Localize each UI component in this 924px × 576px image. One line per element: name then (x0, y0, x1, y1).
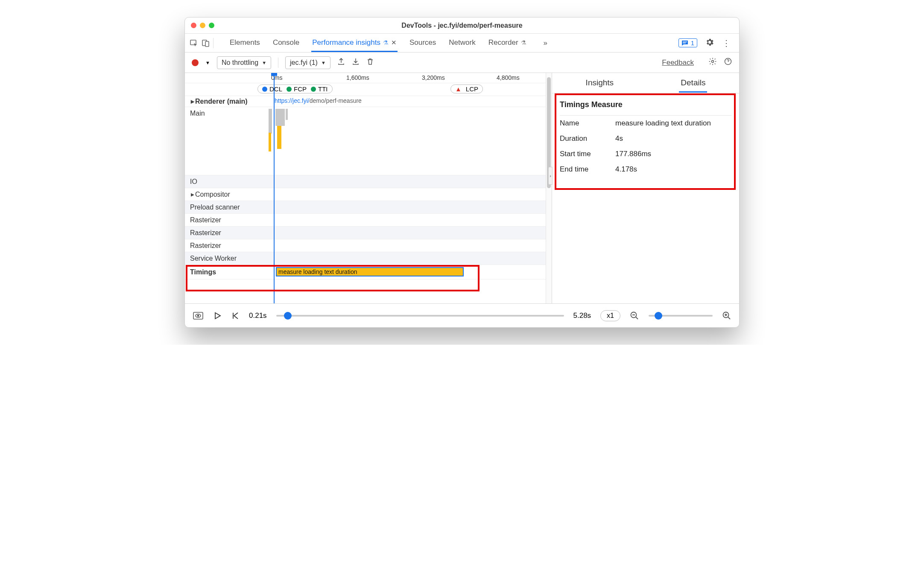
devtools-window: DevTools - jec.fyi/demo/perf-measure Ele… (184, 17, 740, 328)
page-url: https://jec.fyi/demo/perf-measure (275, 97, 362, 104)
detail-key: End time (560, 165, 607, 174)
playback-start-time: 0.21s (249, 311, 267, 320)
insights-toolbar: ▼ No throttling ▼ jec.fyi (1) ▼ Feedback (185, 52, 739, 73)
track-rasterizer-2[interactable]: Rasterizer (185, 227, 552, 239)
marker-tti: TTI (318, 85, 328, 93)
playback-slider[interactable] (276, 315, 564, 317)
track-rasterizer-label: Rasterizer (185, 242, 221, 250)
detail-key: Name (560, 119, 607, 128)
track-renderer[interactable]: ▸Renderer (main) https://jec.fyi/demo/pe… (185, 96, 552, 107)
track-compositor[interactable]: ▸Compositor (185, 188, 552, 201)
zoom-out-icon[interactable] (630, 311, 639, 320)
track-service-worker[interactable]: Service Worker (185, 252, 552, 265)
tab-sources[interactable]: Sources (409, 34, 437, 52)
tab-recorder-label: Recorder (488, 38, 518, 47)
marker-lcp: LCP (466, 85, 478, 93)
track-timings[interactable]: Timings measure loading text duration (185, 265, 552, 279)
playhead[interactable] (274, 73, 275, 303)
recording-value: jec.fyi (1) (290, 59, 318, 67)
issues-count: 1 (691, 39, 694, 47)
warning-triangle-icon: ▲ (455, 85, 462, 93)
jump-start-button[interactable] (231, 311, 240, 320)
main-area: 0ms 1,600ms 3,200ms 4,800ms DCL FCP TTI … (185, 73, 739, 303)
chevron-down-icon: ▼ (321, 60, 326, 65)
tab-performance-insights-label: Performance insights (312, 38, 380, 47)
detail-key: Start time (560, 150, 607, 158)
zoom-in-icon[interactable] (722, 311, 731, 320)
expand-icon[interactable]: ▸ (190, 190, 195, 198)
track-main[interactable]: Main (185, 107, 552, 175)
svg-point-9 (197, 315, 199, 316)
throttling-select[interactable]: No throttling ▼ (217, 56, 271, 69)
timeline-panel[interactable]: 0ms 1,600ms 3,200ms 4,800ms DCL FCP TTI … (185, 73, 552, 303)
tabbar-right: 1 ⋮ (678, 38, 735, 49)
detail-value: 177.886ms (615, 150, 651, 158)
chevron-down-icon: ▼ (262, 60, 266, 65)
export-icon[interactable] (337, 58, 345, 67)
tracks: ▸Renderer (main) https://jec.fyi/demo/pe… (185, 96, 552, 279)
track-io[interactable]: IO (185, 175, 552, 188)
play-button[interactable] (213, 311, 222, 320)
settings-icon[interactable] (705, 38, 714, 49)
zoom-knob[interactable] (655, 312, 662, 320)
tab-elements[interactable]: Elements (229, 34, 261, 52)
track-renderer-label: Renderer (main) (195, 98, 248, 105)
playback-speed[interactable]: x1 (600, 310, 620, 321)
titlebar: DevTools - jec.fyi/demo/perf-measure (185, 17, 739, 34)
track-rasterizer-3[interactable]: Rasterizer (185, 239, 552, 252)
tab-insights[interactable]: Insights (584, 74, 615, 93)
collapse-icon[interactable]: ▸ (190, 97, 195, 105)
tab-network[interactable]: Network (448, 34, 476, 52)
issues-badge[interactable]: 1 (678, 38, 697, 47)
divider (278, 58, 278, 68)
inspect-icon[interactable] (189, 38, 199, 48)
panel-settings-icon[interactable] (708, 57, 717, 68)
throttling-value: No throttling (222, 59, 258, 67)
collapse-panel-handle[interactable]: › (548, 167, 553, 185)
panel-tabbar: Elements Console Performance insights ⚗︎… (185, 34, 739, 52)
recording-select[interactable]: jec.fyi (1) ▼ (285, 56, 330, 69)
track-preload[interactable]: Preload scanner (185, 201, 552, 214)
tab-performance-insights[interactable]: Performance insights ⚗︎ ✕ (311, 34, 398, 52)
track-service-worker-label: Service Worker (185, 255, 237, 262)
more-tabs-icon[interactable]: » (544, 39, 547, 47)
marker-fcp: FCP (294, 85, 307, 93)
marker-dcl: DCL (269, 85, 282, 93)
ruler-tick: 4,800ms (497, 74, 520, 81)
detail-row-start: Start time177.886ms (560, 146, 731, 162)
record-menu-icon[interactable]: ▼ (205, 60, 210, 65)
detail-value: 4.178s (615, 165, 637, 174)
zoom-slider[interactable] (649, 315, 713, 317)
ruler-tick: 3,200ms (422, 74, 445, 81)
import-icon[interactable] (352, 58, 360, 67)
close-tab-icon[interactable]: ✕ (391, 39, 397, 47)
help-icon[interactable] (724, 57, 732, 68)
delete-icon[interactable] (366, 58, 374, 67)
detail-row-duration: Duration4s (560, 131, 731, 146)
kebab-menu-icon[interactable]: ⋮ (722, 38, 731, 48)
timings-measure-bar[interactable]: measure loading text duration (276, 267, 464, 276)
details-content: Timings Measure Namemeasure loading text… (552, 93, 739, 184)
details-panel: › Insights Details Timings Measure Namem… (552, 73, 739, 303)
flask-icon: ⚗︎ (521, 39, 526, 46)
details-heading: Timings Measure (560, 100, 731, 116)
playback-knob[interactable] (284, 312, 292, 320)
tab-details[interactable]: Details (679, 74, 707, 93)
detail-row-name: Namemeasure loading text duration (560, 116, 731, 131)
feedback-link[interactable]: Feedback (662, 58, 694, 67)
chat-icon (681, 40, 688, 46)
tab-recorder[interactable]: Recorder ⚗︎ (488, 34, 527, 52)
tab-console[interactable]: Console (272, 34, 300, 52)
playback-footer: 0.21s 5.28s x1 (185, 303, 739, 327)
detail-key: Duration (560, 134, 607, 143)
record-button[interactable] (192, 59, 199, 66)
track-main-label: Main (185, 110, 205, 117)
track-rasterizer-1[interactable]: Rasterizer (185, 214, 552, 227)
vertical-scrollbar[interactable] (546, 73, 552, 303)
device-toolbar-icon[interactable] (201, 38, 211, 48)
time-ruler[interactable]: 0ms 1,600ms 3,200ms 4,800ms (185, 73, 552, 83)
marker-pill-lcp[interactable]: ▲ LCP (450, 84, 483, 93)
track-compositor-label: Compositor (195, 191, 230, 198)
toggle-overlay-icon[interactable] (193, 311, 204, 320)
markers-pill-dcl-fcp-tti[interactable]: DCL FCP TTI (257, 84, 333, 93)
